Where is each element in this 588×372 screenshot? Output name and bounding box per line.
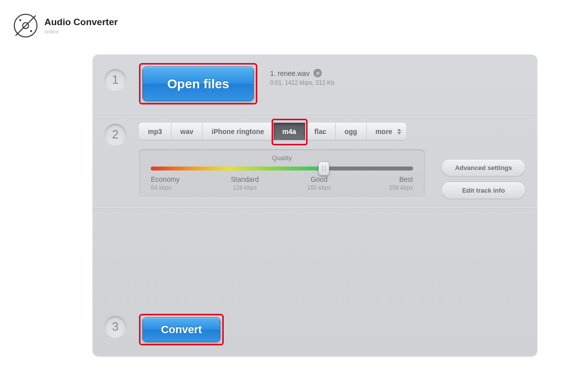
tick-economy: Economy bbox=[151, 175, 179, 183]
app-title: Audio Converter bbox=[44, 17, 118, 28]
quality-panel: Quality Economy 64 kbps Standard 128 kbp… bbox=[139, 149, 425, 198]
format-mp3[interactable]: mp3 bbox=[139, 123, 172, 140]
tick-economy-rate: 64 kbps bbox=[151, 184, 190, 191]
tick-standard: Standard bbox=[231, 175, 259, 183]
format-ogg[interactable]: ogg bbox=[336, 123, 367, 140]
file-name: 1. renee.wav bbox=[270, 69, 310, 77]
highlight-convert: Convert bbox=[139, 314, 224, 345]
format-iphone-ringtone[interactable]: iPhone ringtone bbox=[203, 123, 274, 140]
tick-best-rate: 256 kbps bbox=[374, 184, 413, 191]
format-more-dropdown[interactable]: more bbox=[367, 123, 406, 140]
updown-icon bbox=[397, 129, 401, 135]
record-disc-icon bbox=[14, 14, 37, 37]
quality-label: Quality bbox=[151, 154, 413, 162]
tick-best: Best bbox=[399, 175, 413, 183]
file-detail: 0:01, 1412 kbps, 312 Kb bbox=[270, 79, 334, 86]
edit-track-info-button[interactable]: Edit track info bbox=[442, 182, 525, 199]
empty-area bbox=[93, 207, 537, 304]
step-2-badge: 2 bbox=[104, 124, 126, 145]
format-more-label: more bbox=[376, 128, 392, 135]
format-flac[interactable]: flac bbox=[306, 123, 336, 140]
highlight-open-files: Open files bbox=[139, 63, 257, 104]
step-2-row: 2 mp3 wav iPhone ringtone m4a flac ogg m… bbox=[93, 113, 537, 207]
app-header: Audio Converter online bbox=[0, 0, 588, 37]
step-1-badge: 1 bbox=[104, 69, 126, 91]
open-files-button[interactable]: Open files bbox=[142, 67, 254, 101]
step-3-badge: 3 bbox=[104, 316, 126, 338]
tick-good: Good bbox=[311, 175, 327, 183]
convert-button[interactable]: Convert bbox=[142, 317, 220, 342]
quality-slider[interactable] bbox=[151, 167, 413, 170]
app-subtitle: online bbox=[44, 29, 118, 34]
file-entry: 1. renee.wav ✕ 0:01, 1412 kbps, 312 Kb bbox=[270, 69, 334, 86]
format-wav[interactable]: wav bbox=[172, 123, 203, 140]
main-panel: 1 Open files 1. renee.wav ✕ 0:01, 1412 k… bbox=[93, 54, 537, 356]
advanced-settings-button[interactable]: Advanced settings bbox=[442, 159, 525, 176]
format-tabs: mp3 wav iPhone ringtone m4a flac ogg mor… bbox=[139, 123, 433, 140]
remove-file-icon[interactable]: ✕ bbox=[313, 69, 322, 77]
format-m4a[interactable]: m4a bbox=[274, 123, 306, 140]
slider-knob-icon[interactable] bbox=[318, 162, 329, 175]
tick-standard-rate: 128 kbps bbox=[225, 184, 265, 191]
step-3-row: 3 Convert bbox=[93, 304, 537, 356]
step-1-row: 1 Open files 1. renee.wav ✕ 0:01, 1412 k… bbox=[93, 54, 537, 113]
tick-good-rate: 160 kbps bbox=[299, 184, 339, 191]
